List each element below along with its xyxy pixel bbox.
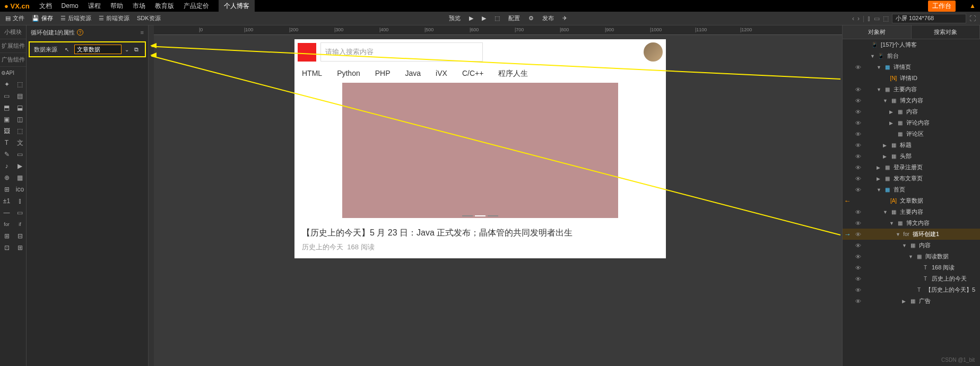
screen-size-select[interactable]: [892, 14, 966, 23]
tree-node-14[interactable]: ←[A]文章数据: [843, 195, 980, 206]
tree-node-15[interactable]: 👁▼▦主要内容: [843, 206, 980, 217]
carousel-dots[interactable]: [294, 208, 666, 220]
tab-object-tree[interactable]: 对象树: [843, 25, 912, 39]
play-alt-icon[interactable]: ▶: [479, 13, 489, 23]
nav-market[interactable]: 市场: [133, 2, 145, 11]
tree-node-13[interactable]: 👁▼▦首页: [843, 184, 980, 195]
tool-3[interactable]: ▭: [0, 90, 13, 102]
props-menu-icon[interactable]: ≡: [141, 29, 144, 36]
device2-icon[interactable]: ⬚: [883, 15, 889, 22]
visibility-icon[interactable]: 👁: [852, 176, 864, 182]
sdk-res-button[interactable]: SDK资源: [134, 13, 164, 24]
tool-live[interactable]: ▭: [13, 207, 27, 219]
cat-ad-components[interactable]: 广告组件: [0, 53, 26, 67]
api-tool[interactable]: ⚙ API: [0, 67, 13, 79]
search-input[interactable]: 请输入搜索内容: [320, 42, 483, 62]
visibility-icon[interactable]: 👁: [852, 254, 864, 260]
cat-ext-components[interactable]: 扩展组件: [0, 39, 26, 53]
tree-node-16[interactable]: 👁▼▦博文内容: [843, 217, 980, 229]
tool-btn[interactable]: ▭: [13, 149, 27, 160]
tool-grid3[interactable]: ⊡: [0, 242, 13, 254]
tree-node-11[interactable]: 👁▶▦登录注册页: [843, 162, 980, 173]
visibility-icon[interactable]: 👁: [852, 131, 864, 137]
layout-icon[interactable]: ⬚: [491, 13, 503, 23]
visibility-icon[interactable]: 👁: [852, 187, 864, 193]
tool-pm[interactable]: ±1: [0, 195, 13, 207]
visibility-icon[interactable]: 👁: [852, 209, 864, 215]
publish-button[interactable]: 发布: [539, 13, 557, 24]
tree-node-3[interactable]: [N]详情ID: [843, 73, 980, 84]
nav-ccpp[interactable]: C/C++: [462, 69, 483, 79]
visibility-icon[interactable]: 👁: [852, 98, 864, 104]
tree-node-22[interactable]: 👁T【历史上的今天】5: [843, 284, 980, 295]
tree-node-1[interactable]: ▼📱前台: [843, 50, 980, 62]
device-icon[interactable]: ▭: [874, 15, 880, 22]
visibility-icon[interactable]: 👁: [852, 231, 864, 238]
tool-cal[interactable]: ▦: [13, 172, 27, 184]
tool-5[interactable]: ⬒: [0, 102, 13, 114]
tool-translate[interactable]: 文: [13, 137, 27, 149]
visibility-icon[interactable]: 👁: [852, 220, 864, 226]
nav-blog[interactable]: 个人博客: [219, 0, 255, 12]
save-button[interactable]: 💾 保存: [29, 13, 56, 24]
config-button[interactable]: 配置: [505, 13, 523, 24]
nav-course[interactable]: 课程: [88, 2, 101, 11]
nav-python[interactable]: Python: [337, 69, 360, 79]
tool-8[interactable]: ◫: [13, 114, 27, 125]
align-icon[interactable]: ⫿: [868, 15, 871, 22]
tree-node-23[interactable]: 👁▶▦广告: [843, 295, 980, 307]
nav-edu[interactable]: 教育版: [155, 2, 174, 11]
tool-9[interactable]: 🖼: [0, 125, 13, 137]
tool-globe[interactable]: ⊕: [0, 172, 13, 184]
file-button[interactable]: ▤ 文件: [2, 13, 28, 24]
nav-pricing[interactable]: 产品定价: [184, 2, 209, 11]
tool-grid4[interactable]: ⊞: [13, 242, 27, 254]
tool-4[interactable]: ▤: [13, 90, 27, 102]
tree-node-21[interactable]: 👁T历史上的今天: [843, 273, 980, 284]
tree-node-2[interactable]: 👁▼▦详情页: [843, 62, 980, 73]
next-icon[interactable]: ›: [857, 15, 860, 22]
tool-text[interactable]: T: [0, 137, 13, 149]
tree-node-20[interactable]: 👁T168 阅读: [843, 262, 980, 273]
nav-docs[interactable]: 文档: [39, 2, 52, 11]
preview-button[interactable]: 预览: [446, 13, 464, 24]
tool-edit[interactable]: ✎: [0, 149, 13, 160]
copy-icon[interactable]: ⧉: [132, 46, 141, 53]
tree-node-8[interactable]: 👁▦评论区: [843, 128, 980, 140]
nav-html[interactable]: HTML: [302, 69, 322, 79]
frontend-res-button[interactable]: ☰ 前端资源: [96, 13, 133, 24]
tree-node-10[interactable]: 👁▶▦头部: [843, 151, 980, 162]
help-icon[interactable]: ?: [77, 29, 83, 36]
tool-2[interactable]: ⬚: [13, 79, 27, 90]
article-title[interactable]: 【历史上的今天】5 月 23 日：Java 正式发布；晶体管的共同发明者出生: [302, 226, 658, 239]
tree-node-7[interactable]: 👁▶▦评论内容: [843, 117, 980, 128]
tool-line[interactable]: —: [0, 207, 13, 219]
visibility-icon[interactable]: 👁: [852, 242, 864, 249]
tree-node-6[interactable]: 👁▶▦内容: [843, 106, 980, 117]
data-source-input[interactable]: [77, 46, 119, 53]
visibility-icon[interactable]: 👁: [852, 142, 864, 149]
tree-node-4[interactable]: 👁▼▦主要内容: [843, 84, 980, 95]
backend-res-button[interactable]: ☰ 后端资源: [57, 13, 94, 24]
tool-6[interactable]: ⬓: [13, 102, 27, 114]
tree-node-0[interactable]: 📱[157]个人博客: [843, 39, 980, 50]
tool-if[interactable]: if: [13, 219, 27, 230]
tool-icon[interactable]: ico: [13, 184, 27, 195]
tree-node-18[interactable]: 👁▼▦内容: [843, 240, 980, 251]
tool-bar[interactable]: ⫿: [13, 195, 27, 207]
visibility-icon[interactable]: 👁: [852, 164, 864, 171]
tool-grid1[interactable]: ⊞: [0, 230, 13, 242]
visibility-icon[interactable]: 👁: [852, 265, 864, 271]
tool-grid2[interactable]: ⊟: [13, 230, 27, 242]
dropdown-icon[interactable]: ⌄: [125, 47, 129, 53]
nav-help[interactable]: 帮助: [110, 2, 123, 11]
nav-life[interactable]: 程序人生: [498, 69, 528, 79]
tool-video[interactable]: ▶: [13, 160, 27, 172]
visibility-icon[interactable]: 👁: [852, 120, 864, 126]
visibility-icon[interactable]: 👁: [852, 287, 864, 293]
workspace-button[interactable]: 工作台: [928, 1, 956, 12]
tree-node-9[interactable]: 👁▶▦标题: [843, 140, 980, 151]
canvas[interactable]: |0|100|200|300|400|500|600|700|800|900|1…: [149, 25, 842, 366]
nav-java[interactable]: Java: [405, 69, 421, 79]
prev-icon[interactable]: ‹: [852, 15, 854, 22]
